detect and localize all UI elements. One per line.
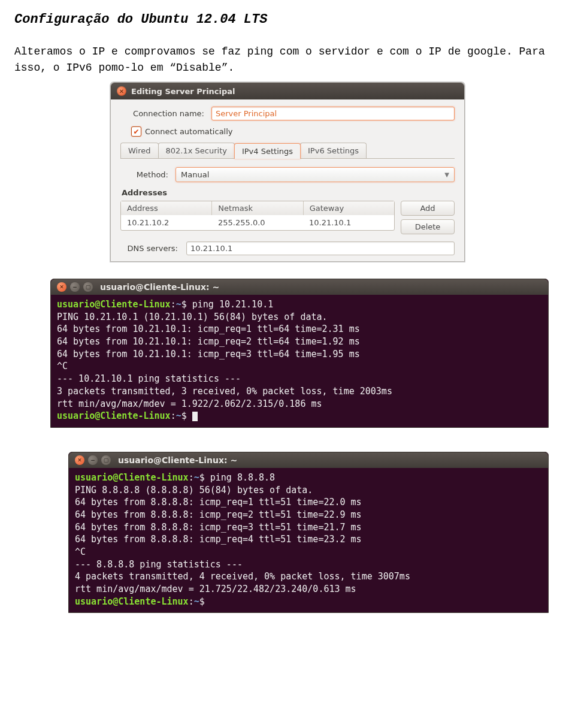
table-header: Address Netmask Gateway [121,201,394,215]
network-settings-dialog: ✕ Editing Server Principal Connection na… [110,82,465,262]
cursor-icon [192,412,198,421]
connect-automatically-label: Connect automatically [145,127,233,136]
minimize-icon[interactable]: − [88,455,98,465]
terminal-window-2: ✕ − ▢ usuario@Cliente-Linux: ~ usuario@C… [68,452,549,614]
terminal-titlebar[interactable]: ✕ − ▢ usuario@Cliente-Linux: ~ [51,279,548,295]
method-value: Manual [181,170,209,179]
chevron-down-icon: ▼ [444,171,449,178]
method-label: Method: [120,170,175,179]
terminal-title: usuario@Cliente-Linux: ~ [118,455,237,465]
terminal-output[interactable]: usuario@Cliente-Linux:~$ ping 8.8.8.8 PI… [69,468,548,613]
dns-label: DNS servers: [120,244,178,253]
tab-8021x[interactable]: 802.1x Security [158,143,235,158]
method-select[interactable]: Manual ▼ [175,167,455,182]
tab-wired[interactable]: Wired [120,143,159,158]
checkbox-icon: ✔ [131,126,141,137]
cell-netmask[interactable]: 255.255.0.0 [212,215,303,230]
maximize-icon[interactable]: ▢ [101,455,111,465]
terminal-output[interactable]: usuario@Cliente-Linux:~$ ping 10.21.10.1… [51,295,548,427]
terminal-title: usuario@Cliente-Linux: ~ [100,282,219,292]
terminal-titlebar[interactable]: ✕ − ▢ usuario@Cliente-Linux: ~ [69,452,548,468]
dns-input[interactable]: 10.21.10.1 [186,241,455,255]
add-button[interactable]: Add [401,201,455,216]
dialog-titlebar[interactable]: ✕ Editing Server Principal [111,83,464,99]
delete-button[interactable]: Delete [401,219,455,234]
addresses-section-label: Addresses [122,188,455,197]
connection-name-input[interactable]: Server Principal [211,107,455,120]
table-row[interactable]: 10.21.10.2 255.255.0.0 10.21.10.1 [121,215,394,230]
close-icon[interactable]: ✕ [57,282,66,292]
close-icon[interactable]: ✕ [75,455,84,465]
col-netmask[interactable]: Netmask [212,201,303,215]
tab-ipv4[interactable]: IPv4 Settings [234,143,301,159]
cell-address[interactable]: 10.21.10.2 [121,215,212,230]
dialog-title: Editing Server Principal [131,87,235,96]
tab-ipv6[interactable]: IPv6 Settings [300,143,367,158]
close-icon[interactable]: ✕ [117,86,126,96]
intro-paragraph: Alteramos o IP e comprovamos se faz ping… [14,44,561,76]
addresses-table[interactable]: Address Netmask Gateway 10.21.10.2 255.2… [120,201,395,231]
page-title: Configuração do Ubuntu 12.04 LTS [14,12,561,27]
col-gateway[interactable]: Gateway [304,201,394,215]
minimize-icon[interactable]: − [70,282,80,292]
maximize-icon[interactable]: ▢ [83,282,93,292]
col-address[interactable]: Address [121,201,212,215]
terminal-window-1: ✕ − ▢ usuario@Cliente-Linux: ~ usuario@C… [50,279,549,428]
cell-gateway[interactable]: 10.21.10.1 [303,215,394,230]
settings-tabs: Wired 802.1x Security IPv4 Settings IPv6… [120,143,455,159]
connection-name-label: Connection name: [120,109,211,118]
connect-automatically-checkbox[interactable]: ✔ Connect automatically [131,126,455,137]
